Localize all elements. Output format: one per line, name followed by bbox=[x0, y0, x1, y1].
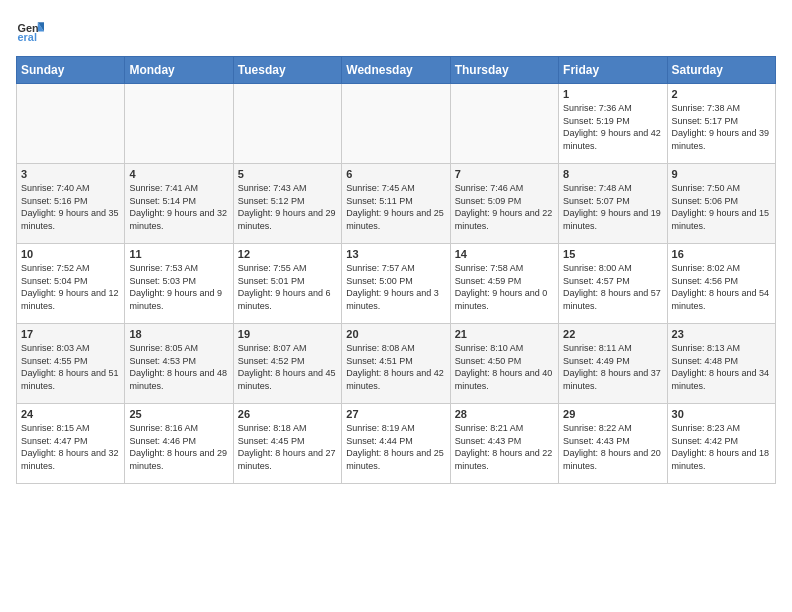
calendar-cell bbox=[125, 84, 233, 164]
calendar-cell bbox=[450, 84, 558, 164]
day-number: 14 bbox=[455, 248, 554, 260]
calendar-cell: 20Sunrise: 8:08 AM Sunset: 4:51 PM Dayli… bbox=[342, 324, 450, 404]
day-info: Sunrise: 8:05 AM Sunset: 4:53 PM Dayligh… bbox=[129, 342, 228, 392]
day-info: Sunrise: 7:55 AM Sunset: 5:01 PM Dayligh… bbox=[238, 262, 337, 312]
calendar-cell bbox=[17, 84, 125, 164]
day-number: 24 bbox=[21, 408, 120, 420]
calendar-cell: 18Sunrise: 8:05 AM Sunset: 4:53 PM Dayli… bbox=[125, 324, 233, 404]
day-info: Sunrise: 7:38 AM Sunset: 5:17 PM Dayligh… bbox=[672, 102, 771, 152]
day-number: 7 bbox=[455, 168, 554, 180]
day-info: Sunrise: 7:53 AM Sunset: 5:03 PM Dayligh… bbox=[129, 262, 228, 312]
day-info: Sunrise: 8:19 AM Sunset: 4:44 PM Dayligh… bbox=[346, 422, 445, 472]
calendar-cell: 29Sunrise: 8:22 AM Sunset: 4:43 PM Dayli… bbox=[559, 404, 667, 484]
page-header: Gen eral bbox=[16, 16, 776, 44]
calendar-cell: 3Sunrise: 7:40 AM Sunset: 5:16 PM Daylig… bbox=[17, 164, 125, 244]
day-number: 6 bbox=[346, 168, 445, 180]
day-number: 1 bbox=[563, 88, 662, 100]
day-number: 23 bbox=[672, 328, 771, 340]
day-info: Sunrise: 8:00 AM Sunset: 4:57 PM Dayligh… bbox=[563, 262, 662, 312]
calendar-cell: 4Sunrise: 7:41 AM Sunset: 5:14 PM Daylig… bbox=[125, 164, 233, 244]
day-number: 12 bbox=[238, 248, 337, 260]
calendar-week-3: 10Sunrise: 7:52 AM Sunset: 5:04 PM Dayli… bbox=[17, 244, 776, 324]
day-info: Sunrise: 7:43 AM Sunset: 5:12 PM Dayligh… bbox=[238, 182, 337, 232]
day-number: 2 bbox=[672, 88, 771, 100]
day-number: 20 bbox=[346, 328, 445, 340]
day-info: Sunrise: 8:22 AM Sunset: 4:43 PM Dayligh… bbox=[563, 422, 662, 472]
day-number: 27 bbox=[346, 408, 445, 420]
calendar-cell: 7Sunrise: 7:46 AM Sunset: 5:09 PM Daylig… bbox=[450, 164, 558, 244]
day-info: Sunrise: 8:02 AM Sunset: 4:56 PM Dayligh… bbox=[672, 262, 771, 312]
day-info: Sunrise: 7:57 AM Sunset: 5:00 PM Dayligh… bbox=[346, 262, 445, 312]
day-info: Sunrise: 7:45 AM Sunset: 5:11 PM Dayligh… bbox=[346, 182, 445, 232]
calendar-cell: 22Sunrise: 8:11 AM Sunset: 4:49 PM Dayli… bbox=[559, 324, 667, 404]
logo: Gen eral bbox=[16, 16, 48, 44]
calendar-cell bbox=[233, 84, 341, 164]
calendar-cell: 17Sunrise: 8:03 AM Sunset: 4:55 PM Dayli… bbox=[17, 324, 125, 404]
day-info: Sunrise: 8:15 AM Sunset: 4:47 PM Dayligh… bbox=[21, 422, 120, 472]
day-number: 13 bbox=[346, 248, 445, 260]
calendar-cell: 24Sunrise: 8:15 AM Sunset: 4:47 PM Dayli… bbox=[17, 404, 125, 484]
day-info: Sunrise: 7:50 AM Sunset: 5:06 PM Dayligh… bbox=[672, 182, 771, 232]
day-number: 19 bbox=[238, 328, 337, 340]
day-header-monday: Monday bbox=[125, 57, 233, 84]
calendar-header-row: SundayMondayTuesdayWednesdayThursdayFrid… bbox=[17, 57, 776, 84]
day-info: Sunrise: 7:58 AM Sunset: 4:59 PM Dayligh… bbox=[455, 262, 554, 312]
day-info: Sunrise: 8:13 AM Sunset: 4:48 PM Dayligh… bbox=[672, 342, 771, 392]
day-number: 25 bbox=[129, 408, 228, 420]
logo-icon: Gen eral bbox=[16, 16, 44, 44]
day-info: Sunrise: 8:16 AM Sunset: 4:46 PM Dayligh… bbox=[129, 422, 228, 472]
day-number: 5 bbox=[238, 168, 337, 180]
day-number: 30 bbox=[672, 408, 771, 420]
day-header-thursday: Thursday bbox=[450, 57, 558, 84]
calendar-cell: 15Sunrise: 8:00 AM Sunset: 4:57 PM Dayli… bbox=[559, 244, 667, 324]
day-info: Sunrise: 8:18 AM Sunset: 4:45 PM Dayligh… bbox=[238, 422, 337, 472]
calendar-cell: 8Sunrise: 7:48 AM Sunset: 5:07 PM Daylig… bbox=[559, 164, 667, 244]
day-info: Sunrise: 8:08 AM Sunset: 4:51 PM Dayligh… bbox=[346, 342, 445, 392]
calendar-cell: 6Sunrise: 7:45 AM Sunset: 5:11 PM Daylig… bbox=[342, 164, 450, 244]
day-info: Sunrise: 7:46 AM Sunset: 5:09 PM Dayligh… bbox=[455, 182, 554, 232]
calendar-week-1: 1Sunrise: 7:36 AM Sunset: 5:19 PM Daylig… bbox=[17, 84, 776, 164]
day-number: 4 bbox=[129, 168, 228, 180]
day-info: Sunrise: 8:10 AM Sunset: 4:50 PM Dayligh… bbox=[455, 342, 554, 392]
day-number: 15 bbox=[563, 248, 662, 260]
calendar-cell: 10Sunrise: 7:52 AM Sunset: 5:04 PM Dayli… bbox=[17, 244, 125, 324]
calendar-cell: 19Sunrise: 8:07 AM Sunset: 4:52 PM Dayli… bbox=[233, 324, 341, 404]
calendar-cell: 12Sunrise: 7:55 AM Sunset: 5:01 PM Dayli… bbox=[233, 244, 341, 324]
day-number: 28 bbox=[455, 408, 554, 420]
day-number: 16 bbox=[672, 248, 771, 260]
calendar-cell: 1Sunrise: 7:36 AM Sunset: 5:19 PM Daylig… bbox=[559, 84, 667, 164]
calendar-table: SundayMondayTuesdayWednesdayThursdayFrid… bbox=[16, 56, 776, 484]
calendar-cell: 27Sunrise: 8:19 AM Sunset: 4:44 PM Dayli… bbox=[342, 404, 450, 484]
day-info: Sunrise: 7:52 AM Sunset: 5:04 PM Dayligh… bbox=[21, 262, 120, 312]
day-number: 21 bbox=[455, 328, 554, 340]
day-number: 3 bbox=[21, 168, 120, 180]
day-number: 22 bbox=[563, 328, 662, 340]
calendar-cell: 5Sunrise: 7:43 AM Sunset: 5:12 PM Daylig… bbox=[233, 164, 341, 244]
day-info: Sunrise: 8:07 AM Sunset: 4:52 PM Dayligh… bbox=[238, 342, 337, 392]
calendar-week-2: 3Sunrise: 7:40 AM Sunset: 5:16 PM Daylig… bbox=[17, 164, 776, 244]
day-number: 10 bbox=[21, 248, 120, 260]
day-header-sunday: Sunday bbox=[17, 57, 125, 84]
day-info: Sunrise: 8:11 AM Sunset: 4:49 PM Dayligh… bbox=[563, 342, 662, 392]
day-info: Sunrise: 7:48 AM Sunset: 5:07 PM Dayligh… bbox=[563, 182, 662, 232]
day-info: Sunrise: 7:36 AM Sunset: 5:19 PM Dayligh… bbox=[563, 102, 662, 152]
day-number: 11 bbox=[129, 248, 228, 260]
day-info: Sunrise: 7:41 AM Sunset: 5:14 PM Dayligh… bbox=[129, 182, 228, 232]
calendar-cell: 23Sunrise: 8:13 AM Sunset: 4:48 PM Dayli… bbox=[667, 324, 775, 404]
day-info: Sunrise: 8:03 AM Sunset: 4:55 PM Dayligh… bbox=[21, 342, 120, 392]
day-number: 18 bbox=[129, 328, 228, 340]
calendar-cell: 13Sunrise: 7:57 AM Sunset: 5:00 PM Dayli… bbox=[342, 244, 450, 324]
calendar-week-4: 17Sunrise: 8:03 AM Sunset: 4:55 PM Dayli… bbox=[17, 324, 776, 404]
day-info: Sunrise: 8:21 AM Sunset: 4:43 PM Dayligh… bbox=[455, 422, 554, 472]
calendar-week-5: 24Sunrise: 8:15 AM Sunset: 4:47 PM Dayli… bbox=[17, 404, 776, 484]
calendar-cell: 30Sunrise: 8:23 AM Sunset: 4:42 PM Dayli… bbox=[667, 404, 775, 484]
calendar-cell: 21Sunrise: 8:10 AM Sunset: 4:50 PM Dayli… bbox=[450, 324, 558, 404]
day-info: Sunrise: 8:23 AM Sunset: 4:42 PM Dayligh… bbox=[672, 422, 771, 472]
day-header-saturday: Saturday bbox=[667, 57, 775, 84]
day-header-wednesday: Wednesday bbox=[342, 57, 450, 84]
day-header-tuesday: Tuesday bbox=[233, 57, 341, 84]
day-header-friday: Friday bbox=[559, 57, 667, 84]
calendar-cell: 14Sunrise: 7:58 AM Sunset: 4:59 PM Dayli… bbox=[450, 244, 558, 324]
calendar-cell: 26Sunrise: 8:18 AM Sunset: 4:45 PM Dayli… bbox=[233, 404, 341, 484]
day-number: 26 bbox=[238, 408, 337, 420]
